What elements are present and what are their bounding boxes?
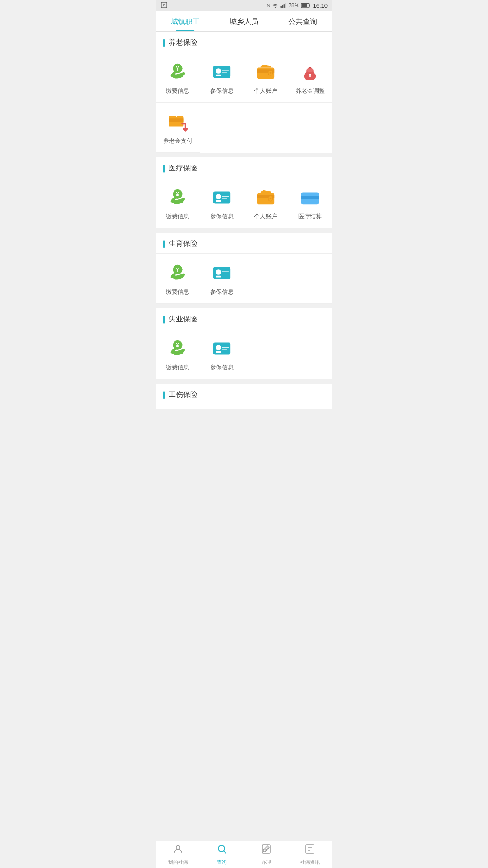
battery-text: 78% <box>288 2 299 9</box>
svg-point-30 <box>216 194 221 199</box>
svg-point-43 <box>216 269 221 275</box>
edit-icon <box>261 844 272 857</box>
unemployment-grid: ¥ 缴费信息 参保信息 <box>156 329 332 379</box>
svg-rect-49 <box>213 343 230 355</box>
svg-rect-32 <box>222 196 229 197</box>
signal-icon <box>280 3 286 8</box>
news-icon <box>305 844 315 857</box>
person-card-teal-icon-3 <box>211 262 233 284</box>
svg-rect-29 <box>213 192 230 204</box>
moneybag-red-icon: ¥ <box>299 61 321 83</box>
svg-rect-53 <box>222 349 227 350</box>
svg-point-19 <box>270 72 272 74</box>
section-maternity: 生育保险 ¥ 缴费信息 <box>156 233 332 304</box>
grid-empty-1 <box>244 254 288 304</box>
medical-grid: ¥ 缴费信息 参保信息 <box>156 178 332 228</box>
section-pension: 养老保险 ¥ 缴费信息 <box>156 32 332 153</box>
nav-query[interactable]: 查询 <box>200 841 244 868</box>
status-bar: N 78% 16:10 <box>156 0 332 11</box>
section-accent <box>163 240 165 248</box>
svg-text:¥: ¥ <box>176 267 179 273</box>
time: 16:10 <box>313 2 328 9</box>
grid-item-pension-enroll[interactable]: 参保信息 <box>200 52 244 103</box>
svg-rect-24 <box>169 118 184 122</box>
svg-rect-6 <box>310 5 310 7</box>
section-medical-header: 医疗保险 <box>156 157 332 178</box>
svg-text:¥: ¥ <box>176 342 179 349</box>
bottom-navigation: 我的社保 查询 办理 社保资讯 <box>156 841 332 868</box>
section-pension-header: 养老保险 <box>156 32 332 52</box>
svg-rect-3 <box>284 4 285 8</box>
grid-item-medical-enroll[interactable]: 参保信息 <box>200 178 244 228</box>
svg-point-37 <box>270 198 272 199</box>
person-icon <box>173 844 183 857</box>
grid-empty-3 <box>244 329 288 379</box>
svg-point-50 <box>216 345 221 350</box>
svg-rect-42 <box>213 267 230 279</box>
svg-rect-52 <box>222 347 229 348</box>
svg-rect-1 <box>281 6 282 8</box>
person-card-teal-icon-4 <box>211 337 233 360</box>
search-icon <box>216 844 227 857</box>
nav-handle[interactable]: 办理 <box>244 841 288 868</box>
tab-public-query[interactable]: 公共查询 <box>273 11 332 31</box>
grid-empty-4 <box>288 329 333 379</box>
section-accent <box>163 316 165 324</box>
grid-empty-2 <box>288 254 333 304</box>
svg-text:¥: ¥ <box>176 191 179 198</box>
svg-rect-7 <box>302 4 307 7</box>
grid-item-medical-settlement[interactable]: 医疗结算 <box>288 178 333 228</box>
person-card-teal-icon-2 <box>211 186 233 209</box>
section-unemployment: 失业保险 ¥ 缴费信息 <box>156 308 332 379</box>
nav-my-social[interactable]: 我的社保 <box>156 841 200 868</box>
svg-rect-39 <box>301 196 319 199</box>
money-hand-green-icon-3: ¥ <box>166 262 189 284</box>
svg-rect-51 <box>216 351 221 353</box>
svg-rect-15 <box>222 72 227 73</box>
grid-item-unemployment-fee[interactable]: ¥ 缴费信息 <box>156 329 200 379</box>
svg-rect-46 <box>222 274 227 274</box>
section-workinjury: 工伤保险 <box>156 384 332 409</box>
grid-item-medical-account[interactable]: 个人账户 <box>244 178 288 228</box>
section-medical: 医疗保险 ¥ 缴费信息 <box>156 157 332 228</box>
card-blue-icon <box>299 186 321 209</box>
money-hand-green-icon: ¥ <box>166 61 189 83</box>
grid-item-unemployment-enroll[interactable]: 参保信息 <box>200 329 244 379</box>
wallet-orange-icon <box>254 61 277 83</box>
main-content: 养老保险 ¥ 缴费信息 <box>156 32 332 440</box>
grid-item-medical-fee[interactable]: ¥ 缴费信息 <box>156 178 200 228</box>
person-card-teal-icon <box>211 61 233 83</box>
section-accent <box>163 391 165 399</box>
svg-rect-2 <box>282 5 283 8</box>
grid-item-pension-adjust[interactable]: ¥ 养老金调整 <box>288 52 333 103</box>
nav-social-news[interactable]: 社保资讯 <box>288 841 333 868</box>
grid-item-pension-pay[interactable]: ¥ 养老金支付 <box>156 103 200 153</box>
svg-point-21 <box>307 68 314 72</box>
grid-item-maternity-enroll[interactable]: 参保信息 <box>200 254 244 304</box>
pension-grid: ¥ 缴费信息 参保信息 <box>156 52 332 153</box>
grid-item-pension-account[interactable]: 个人账户 <box>244 52 288 103</box>
svg-rect-33 <box>222 198 227 199</box>
grid-item-maternity-fee[interactable]: ¥ 缴费信息 <box>156 254 200 304</box>
svg-rect-4 <box>286 3 286 8</box>
section-unemployment-header: 失业保险 <box>156 308 332 329</box>
svg-text:¥: ¥ <box>176 66 179 72</box>
wallet-orange-icon-2 <box>254 186 277 209</box>
wifi-icon <box>272 3 278 8</box>
svg-point-55 <box>218 845 225 852</box>
svg-rect-45 <box>222 271 229 272</box>
battery-icon <box>301 3 311 8</box>
money-hand-green-icon-4: ¥ <box>166 337 189 360</box>
money-down-orange-icon: ¥ <box>166 111 189 133</box>
svg-rect-14 <box>222 70 229 71</box>
svg-text:¥: ¥ <box>175 113 178 118</box>
tab-urban-worker[interactable]: 城镇职工 <box>156 11 215 31</box>
svg-rect-11 <box>213 66 230 78</box>
tab-rural-urban[interactable]: 城乡人员 <box>215 11 273 31</box>
grid-item-pension-fee[interactable]: ¥ 缴费信息 <box>156 52 200 103</box>
status-icons: N 78% 16:10 <box>267 2 328 9</box>
status-notification-icon <box>160 1 168 10</box>
money-hand-green-icon-2: ¥ <box>166 186 189 209</box>
svg-rect-13 <box>216 75 221 76</box>
section-workinjury-header: 工伤保险 <box>156 384 332 404</box>
